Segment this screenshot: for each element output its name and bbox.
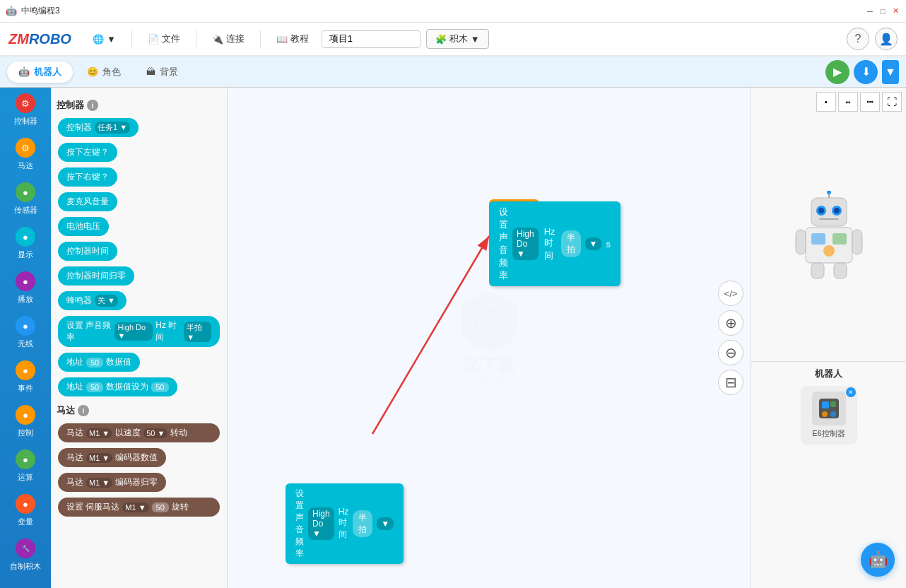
view-split3-btn[interactable]: ▪▪▪: [860, 92, 880, 112]
controller-info-icon[interactable]: i: [87, 100, 98, 111]
zoom-in-btn[interactable]: ⊕: [718, 310, 743, 336]
svg-text:安: 安: [484, 317, 494, 329]
block-row-sound-freq: 设置 声音频率 High Do ▼ Hz 时间 半拍 ▼: [57, 314, 221, 349]
file-icon: 📄: [148, 34, 159, 45]
motor-enc-m1-dropdown[interactable]: M1 ▼: [86, 453, 112, 463]
sound-freq-beat-dropdown[interactable]: 半拍 ▼: [184, 322, 211, 342]
view-split2-btn[interactable]: ▪▪: [838, 92, 858, 112]
download-button[interactable]: ⬇: [854, 60, 878, 84]
globe-menu[interactable]: 🌐 ▼: [86, 31, 123, 47]
sidebar-item-variable[interactable]: ● 变量: [0, 488, 51, 533]
run-dropdown-button[interactable]: ▼: [882, 60, 899, 84]
code-view-btn[interactable]: </>: [718, 281, 743, 306]
zoom-out-btn[interactable]: ⊖: [718, 340, 743, 365]
block-right-btn[interactable]: 按下右键？: [58, 167, 117, 187]
sidebar-item-custom[interactable]: 🔧 自制积木: [0, 533, 51, 577]
playback-dot: ●: [16, 271, 35, 291]
canvas-beat-pill: 半拍: [561, 230, 581, 257]
titlebar: 🤖 中鸣编程3 ─ □ ✕: [0, 0, 906, 23]
play-button[interactable]: ▶: [825, 60, 849, 84]
project-name-input[interactable]: [322, 30, 420, 48]
block-sound-freq[interactable]: 设置 声音频率 High Do ▼ Hz 时间 半拍 ▼: [58, 316, 220, 347]
block-buzzer[interactable]: 蜂鸣器 关 ▼: [58, 291, 127, 310]
close-button[interactable]: ✕: [890, 6, 900, 16]
motor-section-header: 马达 i: [57, 404, 221, 417]
canvas-area[interactable]: 安 安下载 anxz.com 当接收到 消息1 ▼ 设置 声音频率 High D…: [228, 88, 751, 588]
svg-point-24: [830, 411, 836, 417]
right-panel: ▪ ▪▪ ▪▪▪ ⛶: [751, 88, 906, 588]
panel-freq-beat-dropdown[interactable]: ▼: [377, 517, 394, 530]
robot-svg: [790, 191, 868, 283]
wireless-dot: ●: [16, 316, 35, 336]
svg-rect-17: [852, 230, 862, 254]
block-addr-val[interactable]: 地址 50 数据值: [58, 353, 140, 372]
block-left-btn[interactable]: 按下左键？: [58, 143, 117, 162]
control-dot: ●: [16, 405, 35, 425]
help-button[interactable]: ?: [847, 28, 869, 50]
sidebar-item-event[interactable]: ● 事件: [0, 355, 51, 399]
zoom-reset-btn[interactable]: ⊟: [718, 370, 743, 395]
block-motor-enc-reset[interactable]: 马达 M1 ▼ 编码器归零: [58, 473, 166, 492]
tabbar: 🤖 机器人 😊 角色 🏔 背景 ▶ ⬇ ▼: [0, 57, 906, 88]
view-single-btn[interactable]: ▪: [816, 92, 836, 112]
sidebar-item-wireless[interactable]: ● 无线: [0, 310, 51, 355]
block-addr-set[interactable]: 地址 50 数据值设为 50: [58, 377, 177, 396]
robot-chat-button[interactable]: 🤖: [861, 543, 895, 577]
panel-freq-note-dropdown[interactable]: High Do ▼: [308, 507, 334, 540]
tab-background[interactable]: 🏔 背景: [135, 61, 189, 83]
block-motor-reverse[interactable]: 设置 伺服马达 M1 ▼ 50 旋转: [58, 498, 220, 517]
block-task1[interactable]: 控制器 任务1 ▼: [58, 118, 139, 137]
servo-m1-dropdown[interactable]: M1 ▼: [122, 502, 148, 512]
connect-menu[interactable]: 🔌 连接: [205, 30, 252, 48]
sidebar-item-controller[interactable]: ⚙ 控制器: [0, 88, 51, 132]
canvas-note-dropdown[interactable]: High Do ▼: [512, 228, 539, 260]
motor-speed-dropdown[interactable]: 50 ▼: [143, 428, 167, 438]
motor-enc-reset-m1-dropdown[interactable]: M1 ▼: [86, 478, 112, 488]
display-dot: ●: [16, 227, 35, 247]
watermark-text: 安下载: [447, 355, 531, 376]
variable-label: 变量: [18, 517, 33, 527]
user-button[interactable]: 👤: [875, 28, 898, 50]
view-fullscreen-btn[interactable]: ⛶: [882, 92, 902, 112]
maximize-button[interactable]: □: [878, 6, 888, 16]
task-dropdown[interactable]: 任务1 ▼: [95, 122, 130, 134]
canvas-watermark: 安 安下载 anxz.com: [447, 289, 531, 387]
svg-point-23: [822, 411, 828, 417]
block-motor-encoder[interactable]: 马达 M1 ▼ 编码器数值: [58, 448, 166, 467]
sidebar-item-math[interactable]: ● 运算: [0, 444, 51, 488]
block-row-motor-encoder: 马达 M1 ▼ 编码器数值: [57, 446, 221, 469]
sidebar-item-motor[interactable]: ⚙ 马达: [0, 132, 51, 177]
robot-card-e6[interactable]: ✕ E6控制器: [801, 386, 857, 445]
canvas-block-set-freq[interactable]: 设置 声音频率 High Do ▼ Hz 时间 半拍 ▼ s: [489, 201, 620, 286]
block-motor-spin[interactable]: 马达 M1 ▼ 以速度 50 ▼ 转动: [58, 423, 220, 442]
view-mode-controls: ▪ ▪▪ ▪▪▪ ⛶: [751, 88, 906, 112]
svg-rect-19: [834, 263, 847, 278]
sidebar-item-sensor[interactable]: ● 传感器: [0, 177, 51, 221]
blocks-menu[interactable]: 🧩 积木 ▼: [426, 29, 489, 49]
sidebar-item-playback[interactable]: ● 播放: [0, 266, 51, 310]
controller-label: 控制器: [14, 116, 37, 127]
user-icon: 👤: [879, 33, 893, 46]
tab-robot[interactable]: 🤖 机器人: [7, 61, 73, 83]
block-mic[interactable]: 麦克风音量: [58, 192, 117, 211]
canvas-beat-dropdown[interactable]: ▼: [585, 237, 602, 250]
sidebar-item-control[interactable]: ● 控制: [0, 399, 51, 444]
canvas-panel-freq-block[interactable]: 设置 声音频率 High Do ▼ Hz 时间 半拍 ▼: [286, 483, 404, 564]
file-menu[interactable]: 📄 文件: [141, 30, 187, 48]
block-ctrl-reset[interactable]: 控制器时间归零: [58, 266, 134, 286]
custom-label: 自制积木: [10, 561, 41, 572]
tutorial-menu[interactable]: 📖 教程: [269, 30, 316, 48]
motor-info-icon[interactable]: i: [78, 405, 89, 416]
sound-freq-note-dropdown[interactable]: High Do ▼: [114, 322, 153, 341]
minimize-button[interactable]: ─: [865, 6, 875, 16]
block-battery[interactable]: 电池电压: [58, 217, 109, 236]
buzzer-dropdown[interactable]: 关 ▼: [95, 295, 118, 307]
tab-role[interactable]: 😊 角色: [76, 61, 132, 83]
motor-m1-dropdown[interactable]: M1 ▼: [86, 428, 112, 438]
block-row-task: 控制器 任务1 ▼: [57, 116, 221, 139]
block-ctrl-time[interactable]: 控制器时间: [58, 242, 117, 261]
block-row-addr-set: 地址 50 数据值设为 50: [57, 375, 221, 399]
watermark-url: anxz.com: [447, 376, 531, 387]
robot-card-close-btn[interactable]: ✕: [846, 387, 856, 397]
sidebar-item-display[interactable]: ● 显示: [0, 221, 51, 266]
